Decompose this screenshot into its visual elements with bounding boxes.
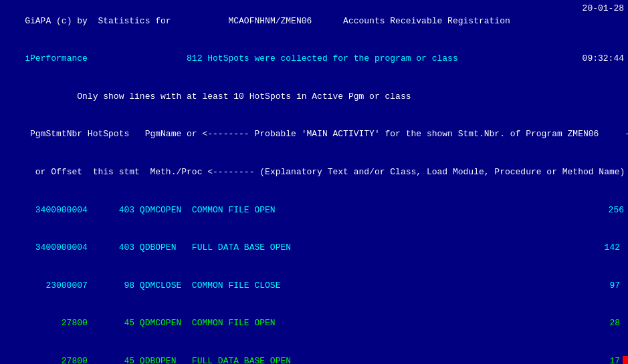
table-row: 27800 45 QDBOPEN FULL DATA BASE OPEN17 <box>4 343 624 364</box>
main-screen: GiAPA (c) by Statistics for MCAOFNHNM/ZM… <box>0 0 628 364</box>
col-header2: or Offset this stmt Meth./Proc <--------… <box>4 154 624 192</box>
table-row: 27800 45 QDMCOPEN COMMON FILE OPEN28 <box>4 305 624 343</box>
filter-label: Only show lines with at least 10 HotSpot… <box>25 92 411 102</box>
header-date: 20-01-28 <box>583 3 624 15</box>
header-title: GiAPA (c) by Statistics for MCAOFNHNM/ZM… <box>25 16 510 26</box>
header-line1: GiAPA (c) by Statistics for MCAOFNHNM/ZM… <box>4 3 624 41</box>
table-row: 3400000004 403 QDBOPEN FULL DATA BASE OP… <box>4 229 624 267</box>
col-header1: PgmStmtNbr HotSpots PgmName or <--------… <box>4 116 624 154</box>
iperformance-label: iPerformance 812 HotSpots were collected… <box>25 53 458 63</box>
corner-marker <box>623 356 628 364</box>
data-table: 3400000004 403 QDMCOPEN COMMON FILE OPEN… <box>4 192 624 364</box>
table-row: 3400000004 403 QDMCOPEN COMMON FILE OPEN… <box>4 192 624 230</box>
table-row: 23000007 98 QDMCLOSE COMMON FILE CLOSE97 <box>4 267 624 305</box>
header-line2: iPerformance 812 HotSpots were collected… <box>4 41 624 79</box>
header-time: 09:32:44 <box>583 53 624 65</box>
header-line3: Only show lines with at least 10 HotSpot… <box>4 78 624 116</box>
